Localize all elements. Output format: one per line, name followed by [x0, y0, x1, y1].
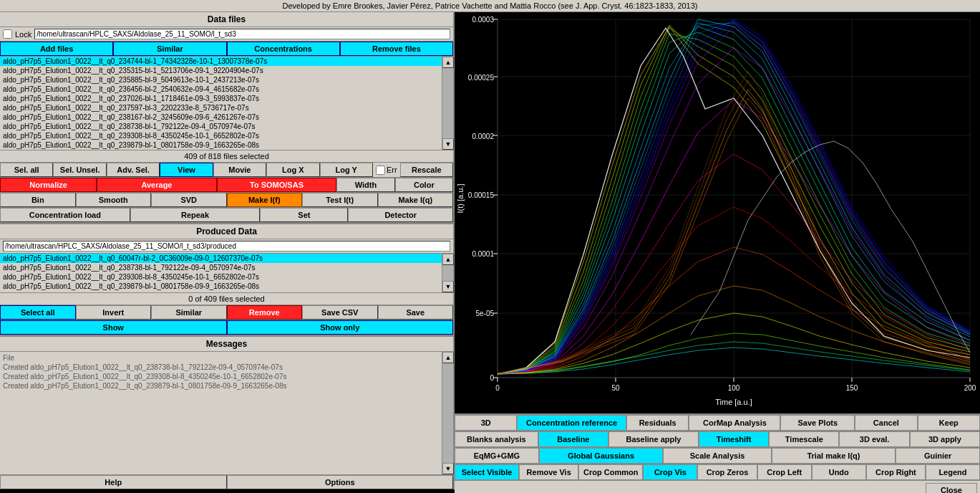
select-all-button[interactable]: Select all — [0, 305, 76, 320]
show-btn-row: Show Show only — [0, 320, 453, 335]
btn-crop-right[interactable]: Crop Right — [866, 464, 926, 480]
btn-crop-common[interactable]: Crop Common — [578, 464, 643, 480]
btn-legend[interactable]: Legend — [926, 464, 980, 480]
btn-global-gauss[interactable]: Global Gaussians — [539, 448, 664, 464]
view-button[interactable]: View — [160, 163, 213, 177]
scroll-up-btn2[interactable]: ▲ — [442, 254, 454, 265]
repeak-button[interactable]: Repeak — [130, 208, 261, 222]
scroll-track3[interactable] — [442, 363, 453, 463]
svg-text:50: 50 — [611, 384, 620, 392]
btn-baseline-apply[interactable]: Baseline apply — [608, 431, 699, 447]
file-list[interactable]: aldo_pH7p5_Elution1_0022__lt_q0_234744-b… — [0, 57, 442, 150]
color-button[interactable]: Color — [395, 178, 453, 192]
messages-scrollbar[interactable]: ▲ ▼ — [442, 352, 453, 474]
width-button[interactable]: Width — [336, 178, 394, 192]
list-item[interactable]: aldo_pH7p5_Elution1_0022__lt_q0_235885-b… — [0, 75, 442, 85]
produced-path-input[interactable] — [3, 241, 450, 252]
btn-3d-eval[interactable]: 3D eval. — [839, 431, 909, 447]
log-y-button[interactable]: Log Y — [320, 163, 373, 177]
scroll-up-btn3[interactable]: ▲ — [442, 352, 454, 363]
btn-keep[interactable]: Keep — [918, 415, 980, 431]
remove-files-button[interactable]: Remove files — [340, 42, 453, 56]
show-button[interactable]: Show — [0, 320, 227, 335]
show-only-button[interactable]: Show only — [227, 320, 454, 335]
rescale-button[interactable]: Rescale — [400, 163, 453, 177]
make-i-button[interactable]: Make I(f) — [227, 193, 303, 207]
normalize-button[interactable]: Normalize — [0, 178, 97, 192]
btn-guinier[interactable]: Guinier — [896, 448, 980, 464]
btn-undo[interactable]: Undo — [812, 464, 866, 480]
file-path-input[interactable] — [34, 29, 450, 39]
sel-all-button[interactable]: Sel. all — [0, 163, 53, 177]
similar-button[interactable]: Similar — [113, 42, 226, 56]
list-item[interactable]: aldo_pH7p5_Elution1_0022__lt_q0_60047r-b… — [0, 254, 442, 263]
btn-residuals[interactable]: Residuals — [626, 415, 689, 431]
produced-list[interactable]: aldo_pH7p5_Elution1_0022__lt_q0_60047r-b… — [0, 254, 442, 292]
btn-select-visible[interactable]: Select Visible — [455, 464, 519, 480]
btn-crop-vis[interactable]: Crop Vis — [643, 464, 697, 480]
list-item[interactable]: aldo_pH7p5_Elution1_0022__lt_q0_238738-b… — [0, 122, 442, 131]
btn-conc-ref[interactable]: Concentration reference — [517, 415, 626, 431]
btn-remove-vis[interactable]: Remove Vis — [519, 464, 578, 480]
detector-button[interactable]: Detector — [348, 208, 453, 222]
btn-crop-left[interactable]: Crop Left — [757, 464, 812, 480]
list-item[interactable]: aldo_pH7p5_Elution1_0022__lt_q0_234744-b… — [0, 57, 442, 66]
to-somo-button[interactable]: To SOMO/SAS — [217, 178, 337, 192]
btn-crop-zeros[interactable]: Crop Zeros — [697, 464, 757, 480]
options-button[interactable]: Options — [227, 475, 454, 489]
scroll-track[interactable] — [442, 68, 453, 138]
similar2-button[interactable]: Similar — [151, 305, 227, 320]
btn-cancel[interactable]: Cancel — [855, 415, 917, 431]
scroll-up-btn[interactable]: ▲ — [442, 57, 454, 68]
btn-trial-make[interactable]: Trial make I(q) — [772, 448, 896, 464]
set-button[interactable]: Set — [260, 208, 348, 222]
conc-load-button[interactable]: Concentration load — [0, 208, 130, 222]
lock-checkbox[interactable] — [3, 29, 12, 39]
produced-list-scrollbar[interactable]: ▲ ▼ — [442, 254, 453, 292]
log-x-button[interactable]: Log X — [266, 163, 319, 177]
list-item[interactable]: aldo_pH7p5_Elution1_0022__lt_q0_236456-b… — [0, 85, 442, 94]
list-item[interactable]: aldo_pH7p5_Elution1_0022__lt_q0_239308-b… — [0, 131, 442, 140]
svd-button[interactable]: SVD — [151, 193, 227, 207]
list-item[interactable]: aldo_pH7p5_Elution1_0022__lt_q0_235315-b… — [0, 66, 442, 75]
btn-timeshift[interactable]: Timeshift — [699, 431, 769, 447]
list-item[interactable]: aldo_pH7p5_Elution1_0022__lt_q0_238167-b… — [0, 113, 442, 122]
file-list-scrollbar[interactable]: ▲ ▼ — [442, 57, 453, 150]
err-checkbox[interactable] — [376, 166, 385, 175]
list-item[interactable]: aldo_pH7p5_Elution1_0022__lt_q0_239308-b… — [0, 272, 442, 282]
list-item[interactable]: aldo_pH7p5_Elution1_0022__lt_q0_239879-b… — [0, 140, 442, 150]
btn-save-plots[interactable]: Save Plots — [780, 415, 855, 431]
scroll-down-btn3[interactable]: ▼ — [442, 463, 454, 474]
remove-button[interactable]: Remove — [227, 305, 303, 320]
adv-sel-button[interactable]: Adv. Sel. — [107, 163, 160, 177]
concentrations-button[interactable]: Concentrations — [227, 42, 340, 56]
scroll-down-btn2[interactable]: ▼ — [442, 281, 454, 292]
close-button[interactable]: Close — [926, 483, 977, 493]
movie-button[interactable]: Movie — [213, 163, 266, 177]
btn-blanks[interactable]: Blanks analysis — [455, 431, 538, 447]
btn-3d[interactable]: 3D — [455, 415, 517, 431]
btn-3d-apply[interactable]: 3D apply — [910, 431, 980, 447]
btn-emg-gmg[interactable]: EqMG+GMG — [455, 448, 539, 464]
sel-unsel-button[interactable]: Sel. Unsel. — [53, 163, 106, 177]
btn-scale-analysis[interactable]: Scale Analysis — [663, 448, 771, 464]
smooth-button[interactable]: Smooth — [76, 193, 152, 207]
bin-button[interactable]: Bin — [0, 193, 76, 207]
list-item[interactable]: aldo_pH7p5_Elution1_0022__lt_q0_239879-b… — [0, 282, 442, 291]
average-button[interactable]: Average — [97, 178, 217, 192]
scroll-track2[interactable] — [442, 265, 453, 281]
test-i-button[interactable]: Test I(t) — [302, 193, 378, 207]
list-item[interactable]: aldo_pH7p5_Elution1_0022__lt_q0_238738-b… — [0, 263, 442, 272]
save-csv-button[interactable]: Save CSV — [302, 305, 378, 320]
btn-timescale[interactable]: Timescale — [769, 431, 839, 447]
list-item[interactable]: aldo_pH7p5_Elution1_0022__lt_q0_237597-b… — [0, 103, 442, 113]
scroll-down-btn[interactable]: ▼ — [442, 138, 454, 150]
list-item[interactable]: aldo_pH7p5_Elution1_0022__lt_q0_237026-b… — [0, 94, 442, 103]
btn-cormap[interactable]: CorMap Analysis — [689, 415, 780, 431]
help-button[interactable]: Help — [0, 475, 227, 489]
add-files-button[interactable]: Add files — [0, 42, 113, 56]
invert-button[interactable]: Invert — [76, 305, 152, 320]
make-iq-button[interactable]: Make I(q) — [378, 193, 454, 207]
btn-baseline[interactable]: Baseline — [538, 431, 608, 447]
save-button[interactable]: Save — [378, 305, 454, 320]
